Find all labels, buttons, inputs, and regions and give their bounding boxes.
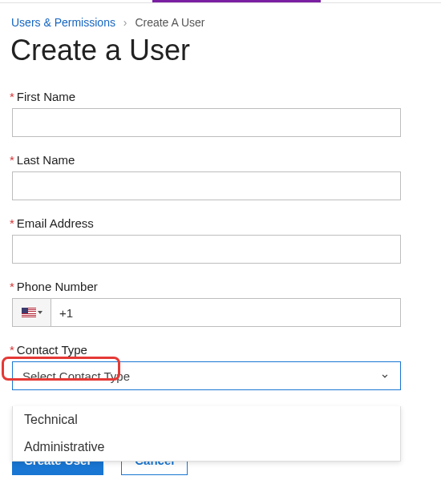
required-marker: * — [10, 90, 14, 103]
country-code-selector[interactable] — [12, 298, 51, 327]
page-title: Create a User — [10, 34, 431, 67]
chevron-down-icon — [379, 370, 390, 381]
contact-type-select[interactable]: Select Contact Type — [12, 361, 401, 390]
contact-type-label: *Contact Type — [10, 343, 431, 357]
caret-down-icon — [38, 311, 42, 314]
last-name-label-text: Last Name — [17, 153, 75, 167]
contact-type-option-administrative[interactable]: Administrative — [13, 433, 400, 461]
contact-type-label-text: Contact Type — [17, 343, 87, 357]
required-marker: * — [10, 343, 14, 357]
first-name-label: *First Name — [10, 90, 431, 103]
email-label-text: Email Address — [17, 216, 94, 230]
breadcrumb-users-permissions[interactable]: Users & Permissions — [11, 16, 115, 29]
phone-label: *Phone Number — [10, 280, 431, 293]
breadcrumb: Users & Permissions › Create A User — [11, 16, 431, 29]
last-name-label: *Last Name — [10, 153, 431, 167]
last-name-input[interactable] — [12, 171, 401, 200]
us-flag-icon — [22, 308, 36, 317]
contact-type-selected-value: Select Contact Type — [22, 369, 130, 383]
first-name-input[interactable] — [12, 108, 401, 137]
required-marker: * — [10, 216, 14, 230]
breadcrumb-current: Create A User — [135, 16, 204, 29]
email-label: *Email Address — [10, 216, 431, 230]
contact-type-option-technical[interactable]: Technical — [13, 406, 400, 433]
contact-type-dropdown: Technical Administrative — [12, 406, 401, 462]
required-marker: * — [10, 153, 14, 167]
phone-input[interactable] — [51, 298, 401, 327]
phone-label-text: Phone Number — [17, 280, 98, 293]
breadcrumb-separator: › — [123, 16, 127, 29]
email-input[interactable] — [12, 235, 401, 264]
first-name-label-text: First Name — [17, 90, 75, 103]
required-marker: * — [10, 280, 14, 293]
